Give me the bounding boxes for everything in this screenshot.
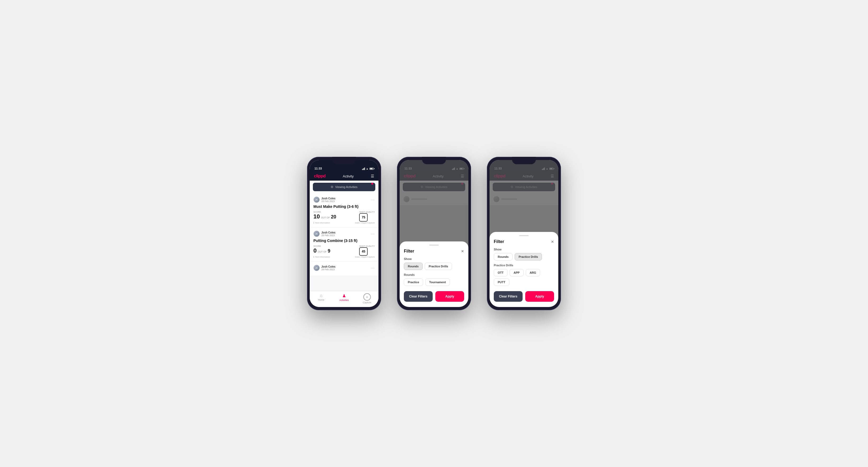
avatar-image: JC (314, 197, 319, 203)
notch-3 (512, 157, 536, 164)
user-info-3: JC Josh Coles 28 Feb 2023 (313, 265, 335, 271)
activities-icon: ♟ (342, 293, 346, 298)
close-button-2[interactable]: ✕ (461, 249, 464, 253)
scene: 11:33 ▲ clippd Activity (291, 141, 577, 326)
menu-icon[interactable]: ☰ (371, 174, 374, 178)
clear-filters-button-2[interactable]: Clear Filters (404, 291, 433, 302)
activity-title-2: Putting Combine (3-15 ft) (313, 239, 375, 243)
show-section-3: Show Rounds Practice Drills (494, 248, 554, 260)
activity-card-3[interactable]: JC Josh Coles 28 Feb 2023 ··· (310, 261, 378, 276)
card-footer: ℹ Test Information Data: Clippd Capture (313, 222, 375, 224)
show-section-2: Show Rounds Practice Drills (404, 257, 464, 270)
screen-2: 11:33 ▲ clippd Activity (400, 160, 468, 307)
data-source-2: Data: Clippd Capture (355, 256, 375, 258)
chip-arg-3[interactable]: ARG (526, 269, 540, 276)
show-label-3: Show (494, 248, 554, 251)
filter-sheet-3: Filter ✕ Show Rounds Practice Drills Pra… (490, 232, 558, 307)
notch (332, 157, 356, 164)
sheet-header-3: Filter ✕ (494, 239, 554, 244)
chip-drills-3[interactable]: Practice Drills (515, 253, 542, 260)
shots-number-2: 9 (328, 248, 330, 254)
more-options[interactable]: ··· (371, 197, 375, 202)
rounds-label-2: Rounds (404, 273, 464, 276)
capture-label: Capture (363, 301, 371, 304)
drills-label-3: Practice Drills (494, 263, 554, 267)
card-header-2: JC Josh Coles 28 Feb 2023 ··· (313, 230, 375, 237)
apply-button-2[interactable]: Apply (435, 291, 464, 302)
filter-title-3: Filter (494, 239, 504, 244)
sheet-handle-2 (429, 245, 439, 246)
user-name-2: Josh Coles (321, 231, 335, 234)
rounds-section-2: Rounds Practice Tournament (404, 273, 464, 286)
capture-icon: + (363, 293, 371, 301)
shot-quality: Shot Quality 75 (359, 211, 375, 222)
avatar-3: JC (313, 265, 320, 271)
chip-rounds-2[interactable]: Rounds (404, 262, 423, 270)
score-number: 10 (313, 213, 320, 220)
notification-dot (371, 183, 373, 185)
sheet-actions-3: Clear Filters Apply (494, 291, 554, 302)
test-info: ℹ Test Information (313, 222, 330, 224)
status-icons: ▲ (362, 167, 374, 170)
chip-putt-3[interactable]: PUTT (494, 278, 509, 286)
chip-practice-2[interactable]: Practice (404, 278, 423, 286)
score-stats-2: Score 0 OUT OF 9 (313, 245, 330, 256)
activity-title: Must Make Putting (3-6 ft) (313, 205, 375, 209)
shot-quality-label: Shot Quality (359, 211, 375, 213)
avatar-image-2: JC (314, 231, 319, 237)
logo: clippd (314, 174, 326, 179)
chip-tournament-2[interactable]: Tournament (425, 278, 450, 286)
score-label: Score (313, 211, 336, 213)
show-chips-2: Rounds Practice Drills (404, 262, 464, 270)
user-details-3: Josh Coles 28 Feb 2023 (321, 265, 335, 271)
user-name: Josh Coles (321, 197, 335, 200)
activity-card-1[interactable]: JC Josh Coles 28 Feb 2023 ··· Must Make … (310, 193, 378, 227)
stats-row: 10 OUT OF 20 (313, 213, 336, 220)
status-time: 11:33 (314, 167, 322, 170)
more-options-3[interactable]: ··· (371, 266, 375, 270)
phone-activity-list: 11:33 ▲ clippd Activity (307, 157, 381, 310)
filter-title-2: Filter (404, 249, 414, 254)
chip-ott-3[interactable]: OTT (494, 269, 507, 276)
wifi-icon: ▲ (366, 167, 368, 170)
show-label-2: Show (404, 257, 464, 260)
notch-2 (422, 157, 446, 164)
more-options-2[interactable]: ··· (371, 232, 375, 236)
filter-icon: ⚙ (331, 185, 334, 189)
close-button-3[interactable]: ✕ (551, 240, 554, 244)
shot-quality-2: Shot Quality 45 (359, 245, 375, 256)
card-header: JC Josh Coles 28 Feb 2023 ··· (313, 196, 375, 203)
clear-filters-button-3[interactable]: Clear Filters (494, 291, 523, 302)
nav-home[interactable]: ⌂ Home (310, 293, 333, 304)
rounds-chips-2: Practice Tournament (404, 278, 464, 286)
user-details-2: Josh Coles 28 Feb 2023 (321, 231, 335, 237)
out-of-text-2: OUT OF (318, 250, 327, 253)
user-info: JC Josh Coles 28 Feb 2023 (313, 196, 335, 203)
sheet-actions-2: Clear Filters Apply (404, 291, 464, 302)
header-title: Activity (343, 174, 353, 178)
show-chips-3: Rounds Practice Drills (494, 253, 554, 260)
activity-card-2[interactable]: JC Josh Coles 28 Feb 2023 ··· Putting Co… (310, 227, 378, 261)
screen-3: 11:33 ▲ clippd Activity (490, 160, 558, 307)
sheet-handle-3 (519, 235, 529, 236)
score-label-2: Score (313, 245, 330, 247)
viewing-banner[interactable]: ⚙ Viewing Activities (313, 183, 375, 191)
data-source: Data: Clippd Capture (355, 222, 375, 224)
stats-row-2: 0 OUT OF 9 (313, 247, 330, 254)
score-number-2: 0 (313, 247, 317, 254)
viewing-text: Viewing Activities (335, 185, 357, 189)
chip-drills-2[interactable]: Practice Drills (425, 262, 452, 270)
drills-chips-3: OTT APP ARG PUTT (494, 269, 554, 286)
nav-activities[interactable]: ♟ Activities (333, 293, 356, 304)
filter-sheet-2: Filter ✕ Show Rounds Practice Drills Rou… (400, 242, 468, 307)
activity-list: JC Josh Coles 28 Feb 2023 ··· Must Make … (310, 193, 378, 291)
out-of-text: OUT OF (321, 216, 330, 219)
chip-rounds-3[interactable]: Rounds (494, 253, 513, 260)
nav-capture[interactable]: + Capture (355, 293, 378, 304)
chip-app-3[interactable]: APP (509, 269, 524, 276)
card-header-3: JC Josh Coles 28 Feb 2023 ··· (313, 265, 375, 271)
apply-button-3[interactable]: Apply (525, 291, 554, 302)
user-date-3: 28 Feb 2023 (321, 268, 335, 271)
bottom-nav: ⌂ Home ♟ Activities + Capture (310, 291, 378, 307)
score-stats: Score 10 OUT OF 20 (313, 211, 336, 222)
